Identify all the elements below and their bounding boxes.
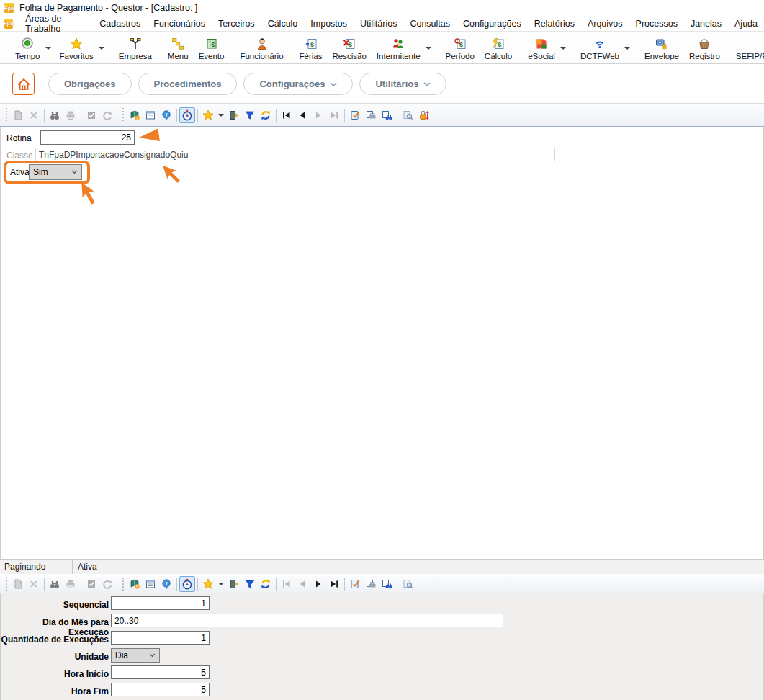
hora-inicio-input[interactable] [111, 665, 210, 679]
favorites-star-icon[interactable] [200, 576, 216, 592]
report-form-icon[interactable] [143, 107, 158, 123]
menu-item-areas-de-trabalho[interactable]: Áreas de Trabalho [19, 12, 93, 35]
help-book-icon[interactable]: ? [127, 576, 143, 592]
menu-item-configuracoes[interactable]: Configurações [457, 17, 528, 30]
pill-utilitarios[interactable]: Utilitários [359, 73, 446, 95]
favorites-dropdown-icon[interactable] [218, 114, 224, 117]
info-balloon-icon[interactable]: i [158, 107, 174, 123]
intermitente-dropdown-icon[interactable] [426, 47, 431, 50]
timer-stopwatch-icon[interactable] [179, 107, 195, 123]
delete-icon[interactable] [26, 107, 42, 123]
search-binoculars-icon[interactable] [47, 576, 63, 592]
print-icon[interactable] [63, 576, 78, 592]
search-binoculars-icon[interactable] [47, 107, 63, 123]
periodo-button[interactable]: $ Período [441, 32, 480, 63]
favorites-star-icon[interactable] [200, 107, 216, 123]
toolbar-grip[interactable] [121, 108, 125, 122]
favorites-dropdown-icon[interactable] [218, 583, 224, 585]
favoritos-dropdown-icon[interactable] [99, 47, 104, 50]
pill-configuracoes[interactable]: Configurações [243, 73, 353, 95]
nav-prev-icon[interactable] [295, 107, 310, 123]
nav-last-icon[interactable] [326, 107, 342, 123]
calculo-button[interactable]: $ Cálculo [480, 32, 517, 63]
nav-next-icon[interactable] [310, 107, 326, 123]
esocial-button[interactable]: eSocial [523, 32, 560, 63]
dctfweb-dropdown-icon[interactable] [624, 47, 630, 50]
print-icon[interactable] [63, 107, 78, 123]
menu-item-funcionarios[interactable]: Funcionários [147, 17, 212, 30]
envelope-button[interactable]: Envelope [639, 32, 684, 63]
print-record-icon[interactable] [363, 576, 379, 592]
tempo-dropdown-icon[interactable] [45, 47, 51, 50]
ferias-button[interactable]: $ Férias [295, 32, 328, 63]
empresa-button[interactable]: Empresa [114, 32, 157, 63]
favoritos-button[interactable]: Favoritos [55, 32, 99, 63]
home-button[interactable] [12, 73, 35, 95]
refresh-icon[interactable] [99, 576, 115, 592]
confirm-icon[interactable] [84, 107, 99, 123]
menu-item-utilitarios[interactable]: Utilitários [354, 17, 403, 30]
timer-stopwatch-icon[interactable] [179, 576, 195, 592]
menu-item-impostos[interactable]: Impostos [304, 17, 354, 30]
quantidade-execucoes-input[interactable] [111, 631, 210, 645]
exit-door-icon[interactable] [226, 107, 242, 123]
menu-item-relatorios[interactable]: Relatórios [528, 17, 581, 30]
menu-item-cadastros[interactable]: Cadastros [93, 17, 147, 30]
funcionario-button[interactable]: Funcionário [235, 32, 288, 63]
filter-funnel-icon[interactable] [242, 107, 258, 123]
registro-button[interactable]: Registro [684, 32, 725, 63]
menu-item-consultas[interactable]: Consultas [403, 17, 457, 30]
dctfweb-button[interactable]: DCTFWeb [575, 32, 624, 63]
toolbar-grip[interactable] [4, 578, 8, 591]
preview-icon[interactable] [400, 107, 415, 123]
filter-funnel-icon[interactable] [242, 576, 258, 592]
classe-input[interactable] [35, 148, 555, 161]
menu-item-terceiros[interactable]: Terceiros [212, 17, 261, 30]
menu-button[interactable]: Menu [163, 32, 194, 63]
search-record-icon[interactable] [379, 107, 395, 123]
pill-obrigacoes[interactable]: Obrigações [48, 73, 132, 95]
nav-first-icon[interactable] [279, 576, 295, 592]
new-record-icon[interactable] [10, 576, 26, 592]
ativa-select[interactable]: Sim [29, 164, 82, 180]
sefip-fgts-button[interactable]: SEFIP/FGTS Digital [731, 32, 764, 63]
pill-procedimentos[interactable]: Procedimentos [138, 73, 238, 95]
exit-door-icon[interactable] [226, 576, 242, 592]
post-edit-icon[interactable] [347, 107, 363, 123]
toolbar-grip[interactable] [4, 108, 8, 122]
hora-fim-input[interactable] [111, 683, 210, 696]
print-record-icon[interactable] [363, 107, 379, 123]
help-book-icon[interactable]: ? [127, 107, 143, 123]
preview-icon[interactable] [400, 576, 415, 592]
nav-first-icon[interactable] [279, 107, 295, 123]
toolbar-grip[interactable] [121, 578, 125, 591]
info-balloon-icon[interactable]: i [158, 576, 174, 592]
menu-item-processos[interactable]: Processos [629, 17, 684, 30]
nav-prev-icon[interactable] [295, 576, 310, 592]
rescisao-button[interactable]: $ Rescisão [328, 32, 372, 63]
menu-item-ajuda[interactable]: Ajuda [728, 17, 764, 30]
lock-updown-icon[interactable] [415, 107, 431, 123]
evento-button[interactable]: $ Evento [194, 32, 230, 63]
reload-icon[interactable] [258, 107, 274, 123]
rotina-input[interactable] [40, 130, 135, 145]
dia-mes-execucao-input[interactable] [111, 614, 503, 627]
menu-item-arquivos[interactable]: Arquivos [581, 17, 629, 30]
sequencial-input[interactable] [111, 596, 210, 610]
post-edit-icon[interactable] [347, 576, 363, 592]
tempo-button[interactable]: Tempo [10, 32, 45, 63]
reload-icon[interactable] [258, 576, 274, 592]
menu-item-calculo[interactable]: Cálculo [261, 17, 305, 30]
nav-next-icon[interactable] [310, 576, 326, 592]
menu-item-janelas[interactable]: Janelas [684, 17, 728, 30]
confirm-icon[interactable] [84, 576, 99, 592]
esocial-dropdown-icon[interactable] [560, 47, 566, 50]
delete-icon[interactable] [26, 576, 42, 592]
new-record-icon[interactable] [10, 107, 26, 123]
search-record-icon[interactable] [379, 576, 395, 592]
nav-last-icon[interactable] [326, 576, 342, 592]
refresh-icon[interactable] [99, 107, 115, 123]
intermitente-button[interactable]: Intermitente [372, 32, 426, 63]
report-form-icon[interactable] [143, 576, 158, 592]
unidade-select[interactable]: Dia [111, 648, 160, 663]
